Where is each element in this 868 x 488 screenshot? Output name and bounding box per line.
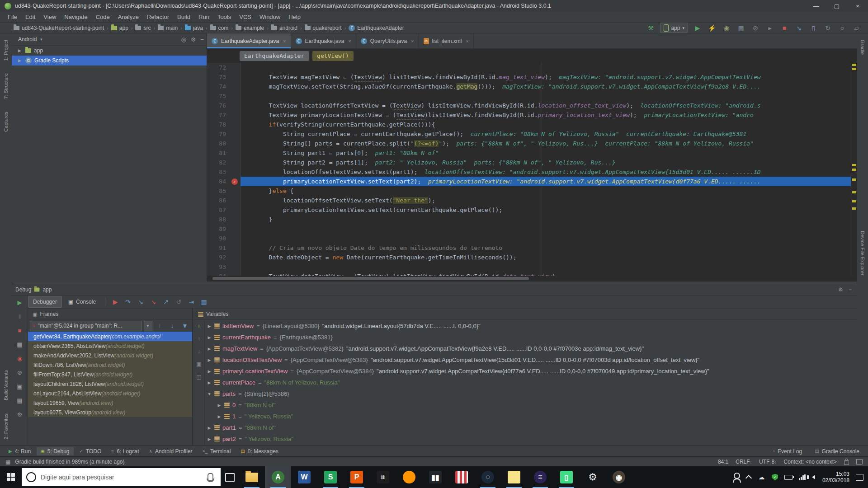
battery-icon[interactable] [784,475,793,480]
taskbar-app-gimp[interactable]: ◉ [606,466,632,488]
gutter-icon-cell[interactable] [229,272,241,276]
thread-selector[interactable]: ≡ "main"@5.024 in group "main": R... [30,321,142,331]
filter-funnel-icon[interactable]: ▼ [179,321,190,331]
toolwindow-terminal[interactable]: >_Terminal [198,447,235,455]
expand-arrow-icon[interactable]: ▶ [207,324,212,328]
code-line-85[interactable]: 85 }else { [207,186,857,196]
close-icon[interactable]: × [283,38,286,44]
code-line-92[interactable]: 92 Date dateObject = new Date(currentEar… [207,253,857,262]
frame-row[interactable]: makeAndAddView:2052, ListView (android.w… [28,351,192,360]
network-signal-icon[interactable] [799,474,806,480]
code-text[interactable] [241,234,857,243]
code-text[interactable]: String part2 = parts[1]; part2: " Yelizo… [241,158,857,167]
pause-button[interactable]: ‖ [15,312,24,321]
step-out-icon[interactable]: ↗ [160,297,171,307]
taskbar-app-bar-chart-app[interactable]: ▮▮ [422,466,448,488]
gutter-icon-cell[interactable] [229,215,241,224]
code-area[interactable]: 7273 TextView magTextView = (TextView) l… [207,63,857,276]
force-step-into-icon[interactable]: ↘ [148,297,159,307]
show-execution-point-icon[interactable]: ▶ [110,297,121,307]
project-item-gradle-scripts[interactable]: ▶GGradle Scripts [12,56,207,66]
copy-icon[interactable]: ▣ [196,361,201,367]
menu-item-vcs[interactable]: VCS [235,12,255,22]
code-text[interactable]: }else { [241,186,857,196]
stop-button[interactable]: ■ [15,326,24,335]
expand-arrow-icon[interactable]: ▶ [207,426,212,430]
code-line-77[interactable]: 77 TextView primaryLocationTextView = (T… [207,110,857,120]
debug-tab-debugger[interactable]: Debugger [28,296,62,308]
gutter-icon-cell[interactable] [229,262,241,272]
code-line-87[interactable]: 87 primaryLocationTextView.setText(curre… [207,205,857,215]
variable-row[interactable]: ▶part1="88km N of" [204,422,857,433]
breakpoint-icon[interactable]: ✓ [231,178,238,185]
code-text[interactable] [241,63,857,72]
horizontal-scrollbar[interactable] [207,276,857,282]
taskbar-app-firefox[interactable] [396,466,422,488]
debug-tab-console[interactable]: ▣Console [64,296,100,307]
expand-arrow-icon[interactable]: ▶ [217,403,222,408]
frame-down-icon[interactable]: ↓ [167,321,178,331]
expand-arrow-icon[interactable]: ▶ [207,347,212,351]
start-button[interactable] [0,466,22,488]
menu-item-run[interactable]: Run [194,12,213,22]
taskbar-app-green-phone-app[interactable]: ▯ [553,466,580,488]
hide-panel-icon[interactable]: − [849,286,852,293]
tool-stripe-gradle[interactable]: Gradle [860,40,865,55]
gutter-icon-cell[interactable] [229,139,241,148]
expand-arrow-icon[interactable]: ▶ [207,358,212,362]
error-stripe-mark[interactable] [852,169,856,171]
screen-icon[interactable] [856,459,863,465]
code-text[interactable] [241,91,857,101]
encoding-selector[interactable]: UTF-8↕ [759,459,777,465]
thread-selector-dropdown[interactable]: ▼ [144,321,152,331]
apply-changes-icon[interactable]: ⚡ [707,23,717,33]
tool-stripe-device-file-explorer[interactable]: Device File Explorer [860,231,865,275]
settings-gear-icon[interactable]: ⚙ [15,410,24,419]
code-line-93[interactable]: 93 [207,262,857,272]
taskbar-app-orange-p-app[interactable]: P [344,466,370,488]
run-button[interactable]: ▶ [693,23,703,33]
view-breakpoints-icon[interactable]: ◉ [15,354,24,363]
menu-item-navigate[interactable]: Navigate [60,12,91,22]
variable-row[interactable]: ▶locationOffsetTextView={AppCompatTextVi… [204,354,857,366]
step-over-icon[interactable]: ↷ [123,297,133,307]
code-text[interactable]: Date dateObject = new Date(currentEarthq… [241,253,857,262]
gutter-icon-cell[interactable] [229,129,241,139]
minimize-button[interactable]: — [806,0,826,12]
breadcrumb-item-example[interactable]: example [236,25,264,31]
code-text[interactable]: TextView locationOffsetTextView = (TextV… [241,101,857,110]
menu-item-help[interactable]: Help [284,12,305,22]
expand-arrow-icon[interactable]: ▶ [18,58,23,63]
gutter-icon-cell[interactable] [229,186,241,196]
frame-row[interactable]: getView:84, EarthquakeAdapter (com.examp… [28,332,192,341]
expand-arrow-icon[interactable]: ▶ [18,48,23,53]
code-line-72[interactable]: 72 [207,63,857,72]
tool-stripe-1-project[interactable]: 1: Project [3,40,9,61]
code-text[interactable]: primaryLocationTextView.setText(part2); … [241,177,857,186]
breadcrumb-item-quakereport[interactable]: quakereport [305,25,342,31]
frame-up-icon[interactable]: ↑ [154,321,165,331]
line-ending-selector[interactable]: CRLF↕ [736,459,752,465]
sync-icon[interactable]: ↻ [823,23,833,33]
taskbar-app-file-explorer[interactable] [239,466,265,488]
breadcrumb-item-src[interactable]: src [135,25,151,31]
expand-arrow-icon[interactable]: ▶ [207,369,212,374]
taskbar-app-settings-app[interactable]: ⚙ [580,466,606,488]
search-input[interactable]: Digite aqui para pesquisar [22,468,221,486]
breadcrumb-class-chip[interactable]: EarthquakeAdapter [240,51,309,61]
expand-arrow-icon[interactable]: ▶ [207,380,212,385]
task-view-button[interactable] [221,466,239,488]
gutter-icon-cell[interactable] [229,72,241,82]
breadcrumb-item-java[interactable]: java [185,25,203,31]
code-text[interactable]: locationOffsetTextView.setText(part1); l… [241,167,857,177]
taskbar-app-calculator-app[interactable]: ⌗ [370,466,396,488]
restore-layout-icon[interactable]: ▦ [15,340,24,349]
resume-button[interactable]: ▶ [15,298,24,307]
variable-row[interactable]: ▼parts={String[2]@5386} [204,388,857,399]
add-watch-icon[interactable]: + [197,323,200,329]
gutter-icon-cell[interactable] [229,91,241,101]
menu-item-refactor[interactable]: Refactor [143,12,173,22]
gutter-icon-cell[interactable] [229,120,241,129]
error-stripe-mark[interactable] [852,164,856,166]
menu-item-code[interactable]: Code [92,12,114,22]
